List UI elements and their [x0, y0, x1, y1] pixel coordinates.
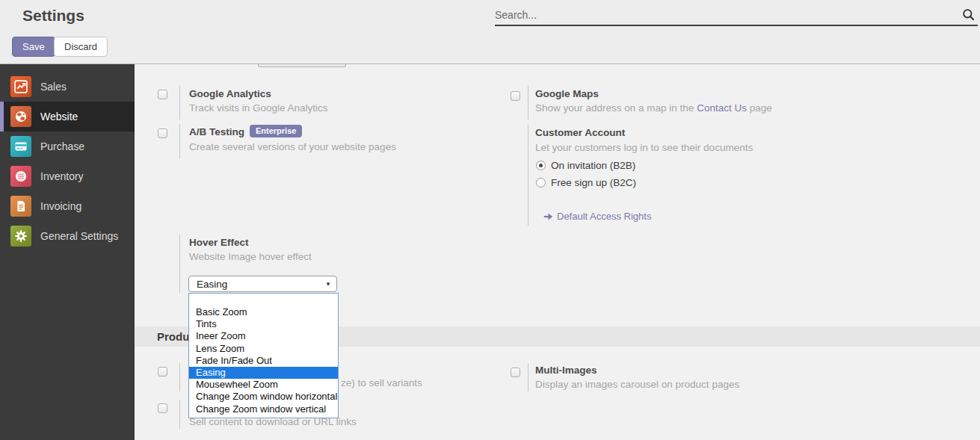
- google-maps-desc: Show your address on a map in the Contac…: [535, 102, 772, 114]
- sidebar: Sales Website Purchase: [0, 64, 135, 440]
- ab-testing-checkbox[interactable]: [158, 128, 167, 138]
- default-access-rights-link[interactable]: Default Access Rights: [543, 211, 651, 222]
- sidebar-item-label: Invoicing: [40, 200, 81, 212]
- chevron-down-icon: ▼: [325, 281, 331, 288]
- sidebar-item-general-settings[interactable]: General Settings: [0, 221, 135, 251]
- enterprise-badge: Enterprise: [250, 125, 302, 137]
- ab-testing-title: A/B TestingEnterprise: [189, 126, 302, 139]
- dropdown-option-blank[interactable]: [189, 294, 338, 306]
- dropdown-option[interactable]: Change Zoom window vertical: [189, 403, 338, 415]
- on-invitation-radio[interactable]: [536, 161, 546, 170]
- dropdown-option[interactable]: Tints: [189, 318, 338, 330]
- dropdown-option[interactable]: Change Zoom window horizontal: [189, 391, 338, 403]
- multi-images-desc: Display an images carousel on product pa…: [535, 379, 739, 390]
- google-analytics-checkbox[interactable]: [158, 90, 167, 99]
- google-analytics-desc: Track visits in Google Analytics: [189, 102, 328, 114]
- invoicing-document-icon: [10, 196, 31, 217]
- save-button[interactable]: Save: [12, 37, 55, 57]
- dropdown-option[interactable]: Basic Zoom: [189, 306, 338, 318]
- arrow-right-icon: [543, 212, 553, 221]
- dropdown-option[interactable]: Fade In/Fade Out: [189, 355, 338, 367]
- setting-divider: [528, 85, 528, 120]
- hover-effect-desc: Website Image hover effect: [189, 251, 312, 262]
- customer-account-desc: Let your customers log in to see their d…: [535, 142, 753, 153]
- dropdown-option[interactable]: Lens Zoom: [189, 343, 338, 355]
- inventory-building-icon: [10, 166, 31, 187]
- hover-effect-title: Hover Effect: [189, 237, 249, 248]
- setting-divider: [179, 363, 180, 391]
- discard-button[interactable]: Discard: [54, 37, 108, 57]
- dropdown-option-highlighted[interactable]: Easing: [189, 367, 338, 379]
- sidebar-item-website[interactable]: Website: [0, 102, 135, 131]
- search-icon[interactable]: [961, 7, 976, 22]
- setting-divider: [179, 85, 180, 120]
- google-maps-desc-pre: Show your address on a map in the: [535, 102, 697, 114]
- hover-effect-select[interactable]: Easing ▼: [188, 276, 337, 292]
- variants-desc-visible: ze) to sell variants: [341, 377, 422, 388]
- sidebar-item-label: Sales: [40, 81, 67, 93]
- digital-content-checkbox[interactable]: [158, 403, 167, 413]
- sidebar-item-label: General Settings: [40, 230, 118, 242]
- setting-divider: [179, 235, 180, 293]
- dropdown-option[interactable]: Mousewheel Zoom: [189, 379, 338, 391]
- dropdown-option[interactable]: Ineer Zoom: [189, 330, 338, 342]
- sales-chart-icon: [10, 76, 31, 97]
- sidebar-item-purchase[interactable]: Purchase: [0, 131, 135, 161]
- customer-account-title: Customer Account: [535, 127, 625, 138]
- free-signup-radio[interactable]: [536, 178, 546, 188]
- variants-checkbox[interactable]: [158, 367, 167, 377]
- ab-testing-title-text: A/B Testing: [189, 126, 244, 137]
- search-input[interactable]: [495, 7, 943, 23]
- contact-us-link[interactable]: Contact Us: [697, 102, 747, 114]
- google-analytics-title: Google Analytics: [189, 88, 271, 99]
- multi-images-title: Multi-Images: [535, 365, 597, 376]
- sidebar-item-sales[interactable]: Sales: [0, 72, 135, 102]
- setting-divider: [528, 363, 528, 391]
- sidebar-item-label: Website: [40, 111, 78, 123]
- google-maps-desc-post: page: [747, 102, 772, 114]
- hover-effect-selected-value: Easing: [197, 279, 227, 290]
- multi-images-checkbox[interactable]: [511, 368, 520, 377]
- sidebar-item-label: Inventory: [40, 170, 84, 182]
- sidebar-item-inventory[interactable]: Inventory: [0, 161, 135, 191]
- section-header: Produ: [157, 330, 189, 343]
- general-settings-gear-icon: [10, 226, 31, 247]
- default-access-rights-label: Default Access Rights: [557, 211, 651, 222]
- google-maps-checkbox[interactable]: [511, 91, 520, 101]
- setting-divider: [179, 124, 180, 158]
- sidebar-item-invoicing[interactable]: Invoicing: [0, 191, 135, 221]
- free-signup-label: Free sign up (B2C): [551, 177, 636, 188]
- google-maps-title: Google Maps: [535, 88, 599, 99]
- website-globe-icon: [10, 106, 31, 127]
- purchase-card-icon: [10, 136, 31, 157]
- hover-effect-dropdown-list: Basic Zoom Tints Ineer Zoom Lens Zoom Fa…: [188, 293, 339, 418]
- ab-testing-desc: Create several versions of your website …: [189, 141, 396, 152]
- sidebar-item-label: Purchase: [40, 140, 84, 152]
- on-invitation-label: On invitation (B2B): [551, 160, 635, 171]
- setting-divider: [528, 125, 528, 226]
- setting-divider: [179, 400, 180, 429]
- search-bar: [495, 4, 978, 26]
- partially-visible-select[interactable]: [258, 64, 346, 67]
- page-title: Settings: [22, 7, 84, 25]
